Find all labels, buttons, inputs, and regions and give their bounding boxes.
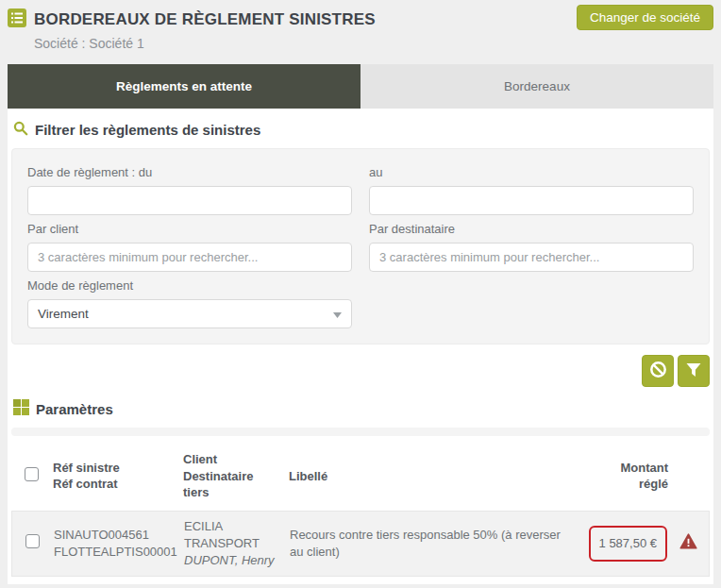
table-row[interactable]: SINAUTO004561 FLOTTEALPTIS00001 ECILIA T…: [11, 511, 710, 578]
parameters-collapsed-panel[interactable]: [11, 428, 710, 436]
row-libelle: Recours contre tiers responsable 50% (à …: [290, 527, 577, 561]
change-company-button[interactable]: Changer de société: [577, 5, 713, 30]
column-header-ref: Réf sinistre Réf contrat: [53, 460, 183, 493]
chevron-down-icon: [333, 307, 342, 321]
date-to-label: au: [369, 165, 694, 179]
clear-filter-button[interactable]: [642, 355, 674, 387]
row-checkbox[interactable]: [25, 534, 40, 548]
column-header-libelle: Libellé: [289, 468, 578, 485]
client-name: ECILIA TRANSPORT: [184, 518, 290, 552]
tab-content: Filtrer les règlements de sinistres Date…: [8, 109, 713, 584]
amount-highlight-box: 1 587,50 €: [589, 526, 667, 562]
date-from-input[interactable]: [27, 186, 352, 215]
row-montant: 1 587,50 €: [577, 526, 667, 562]
client-label: Par client: [27, 222, 352, 236]
payment-mode-select[interactable]: Virement: [27, 299, 352, 328]
ref-sinistre: SINAUTO004561: [54, 527, 184, 544]
tab-pending-settlements[interactable]: Règlements en attente: [8, 64, 360, 109]
apply-filter-button[interactable]: [678, 355, 710, 387]
filter-funnel-icon: [685, 361, 702, 381]
company-subtitle: Société : Société 1: [34, 36, 713, 51]
filter-actions: [11, 344, 710, 396]
payment-mode-value: Virement: [38, 307, 89, 321]
filter-section-title: Filtrer les règlements de sinistres: [11, 118, 710, 148]
parameters-title-label: Paramètres: [36, 401, 113, 417]
select-all-checkbox[interactable]: [25, 467, 39, 481]
search-icon: [13, 121, 28, 139]
app-header: BORDEREAUX DE RÈGLEMENT SINISTRES Sociét…: [0, 0, 721, 55]
filter-title-label: Filtrer les règlements de sinistres: [35, 122, 260, 138]
recipient-name: DUPONT, Henry: [184, 552, 290, 569]
claims-settlement-page: BORDEREAUX DE RÈGLEMENT SINISTRES Sociét…: [0, 0, 721, 588]
client-search-input[interactable]: [27, 243, 352, 272]
filter-panel: Date de règlement : du au Par client Par…: [11, 148, 710, 344]
page-title: BORDEREAUX DE RÈGLEMENT SINISTRES: [34, 10, 376, 29]
payment-mode-label: Mode de règlement: [27, 278, 352, 293]
warning-icon[interactable]: [679, 533, 697, 554]
tab-bordereaux[interactable]: Bordereaux: [360, 64, 713, 109]
date-to-input[interactable]: [369, 186, 694, 215]
table-header-row: Réf sinistre Réf contrat Client Destinat…: [11, 440, 710, 511]
list-icon: [8, 8, 26, 31]
row-refs: SINAUTO004561 FLOTTEALPTIS00001: [54, 527, 184, 561]
ref-contrat: FLOTTEALPTIS00001: [54, 544, 184, 561]
recipient-search-input[interactable]: [369, 243, 694, 272]
tab-bar: Règlements en attente Bordereaux: [8, 64, 713, 109]
date-from-label: Date de règlement : du: [27, 165, 352, 179]
grid-icon: [13, 399, 29, 418]
column-header-client: Client Destinataire tiers: [183, 451, 289, 501]
column-header-montant: Montant réglé: [578, 460, 668, 493]
recipient-label: Par destinataire: [369, 222, 694, 236]
ban-icon: [648, 360, 668, 382]
table-footer: 1Règlement Page 1/1: [11, 577, 710, 588]
row-client: ECILIA TRANSPORT DUPONT, Henry: [184, 518, 290, 570]
parameters-section-title: Paramètres: [11, 396, 710, 428]
